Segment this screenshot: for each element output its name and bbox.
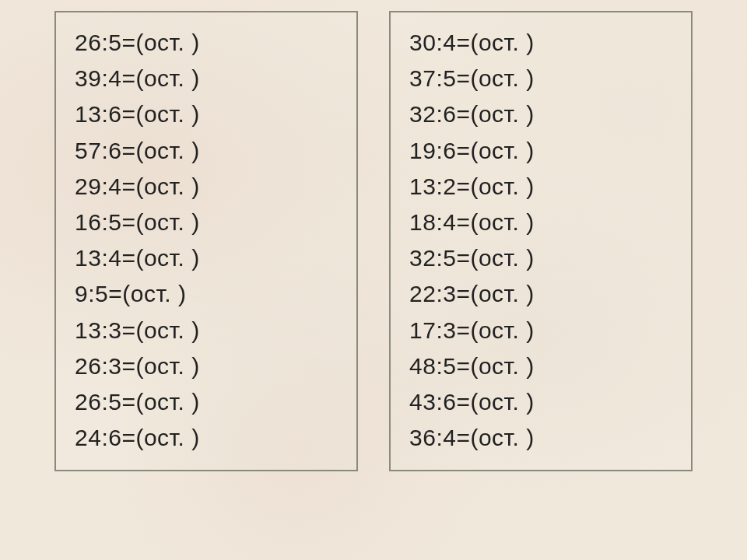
problem-row: 29 : 4 = (ост. ) — [75, 169, 338, 205]
colon: : — [101, 420, 108, 456]
equals: = — [108, 276, 122, 312]
remainder-label: (ост. ) — [470, 65, 534, 91]
problem-row: 16 : 5 = (ост. ) — [75, 205, 338, 240]
remainder-label: (ост. ) — [135, 389, 199, 415]
remainder-label: (ост. ) — [470, 353, 534, 379]
remainder-label: (ост. ) — [135, 173, 199, 199]
problem-row: 32 : 6 = (ост. ) — [409, 96, 672, 132]
equals: = — [121, 205, 135, 240]
divisor: 6 — [108, 101, 121, 127]
remainder-label: (ост. ) — [470, 425, 534, 450]
colon: : — [436, 133, 443, 169]
problem-row: 32 : 5 = (ост. ) — [409, 240, 672, 276]
dividend: 32 — [409, 245, 436, 271]
equals: = — [456, 276, 470, 312]
equals: = — [456, 205, 470, 240]
equals: = — [456, 61, 470, 96]
equals: = — [456, 133, 470, 169]
problem-row: 39 : 4 = (ост. ) — [75, 61, 338, 96]
dividend: 36 — [409, 425, 436, 450]
remainder-label: (ост. ) — [470, 281, 534, 306]
equals: = — [456, 348, 470, 384]
divisor: 5 — [108, 389, 121, 415]
equals: = — [456, 384, 470, 420]
equals: = — [456, 25, 470, 61]
problem-row: 36 : 4 = (ост. ) — [409, 420, 672, 456]
divisor: 4 — [108, 173, 121, 199]
right-card: 30 : 4 = (ост. ) 37 : 5 = (ост. ) 32 : 6… — [389, 11, 693, 471]
remainder-label: (ост. ) — [470, 209, 534, 235]
colon: : — [101, 313, 108, 348]
remainder-label: (ост. ) — [135, 65, 199, 91]
equals: = — [121, 384, 135, 420]
divisor: 4 — [108, 245, 121, 271]
divisor: 2 — [443, 173, 456, 199]
divisor: 3 — [443, 281, 456, 306]
problem-row: 18 : 4 = (ост. ) — [409, 205, 672, 240]
equals: = — [456, 96, 470, 132]
divisor: 5 — [95, 281, 108, 306]
remainder-label: (ост. ) — [470, 30, 534, 55]
colon: : — [101, 348, 108, 384]
remainder-label: (ост. ) — [122, 281, 186, 306]
remainder-label: (ост. ) — [470, 389, 534, 415]
divisor: 5 — [443, 65, 456, 91]
dividend: 29 — [75, 173, 101, 199]
divisor: 3 — [108, 317, 121, 343]
colon: : — [436, 169, 443, 205]
dividend: 26 — [75, 389, 101, 415]
dividend: 48 — [409, 353, 436, 379]
equals: = — [121, 240, 135, 276]
colon: : — [436, 276, 443, 312]
problem-row: 30 : 4 = (ост. ) — [409, 25, 672, 61]
equals: = — [456, 313, 470, 348]
dividend: 19 — [409, 138, 436, 163]
equals: = — [121, 61, 135, 96]
colon: : — [101, 240, 108, 276]
problem-row: 48 : 5 = (ост. ) — [409, 348, 672, 384]
dividend: 32 — [409, 101, 436, 127]
divisor: 4 — [108, 65, 121, 91]
equals: = — [121, 96, 135, 132]
divisor: 6 — [108, 138, 121, 163]
colon: : — [101, 169, 108, 205]
dividend: 24 — [75, 425, 101, 450]
equals: = — [456, 420, 470, 456]
equals: = — [121, 348, 135, 384]
colon: : — [436, 25, 443, 61]
colon: : — [101, 25, 108, 61]
colon: : — [436, 61, 443, 96]
dividend: 43 — [409, 389, 436, 415]
divisor: 5 — [443, 353, 456, 379]
equals: = — [456, 240, 470, 276]
problem-row: 19 : 6 = (ост. ) — [409, 133, 672, 169]
problem-row: 57 : 6 = (ост. ) — [75, 133, 338, 169]
colon: : — [436, 384, 443, 420]
remainder-label: (ост. ) — [470, 173, 534, 199]
problem-row: 13 : 6 = (ост. ) — [75, 96, 338, 132]
left-card: 26 : 5 = (ост. ) 39 : 4 = (ост. ) 13 : 6… — [54, 11, 358, 471]
colon: : — [101, 61, 108, 96]
colon: : — [436, 240, 443, 276]
equals: = — [121, 313, 135, 348]
dividend: 37 — [409, 65, 436, 91]
remainder-label: (ост. ) — [135, 317, 199, 343]
remainder-label: (ост. ) — [135, 425, 199, 450]
problem-row: 26 : 3 = (ост. ) — [75, 348, 338, 384]
colon: : — [101, 205, 108, 240]
colon: : — [436, 313, 443, 348]
remainder-label: (ост. ) — [470, 317, 534, 343]
equals: = — [121, 133, 135, 169]
remainder-label: (ост. ) — [470, 245, 534, 271]
dividend: 18 — [409, 209, 436, 235]
remainder-label: (ост. ) — [470, 138, 534, 163]
colon: : — [436, 205, 443, 240]
dividend: 39 — [75, 65, 101, 91]
remainder-label: (ост. ) — [135, 138, 199, 163]
problem-row: 13 : 2 = (ост. ) — [409, 169, 672, 205]
equals: = — [456, 169, 470, 205]
problem-row: 43 : 6 = (ост. ) — [409, 384, 672, 420]
colon: : — [101, 133, 108, 169]
dividend: 17 — [409, 317, 436, 343]
equals: = — [121, 169, 135, 205]
